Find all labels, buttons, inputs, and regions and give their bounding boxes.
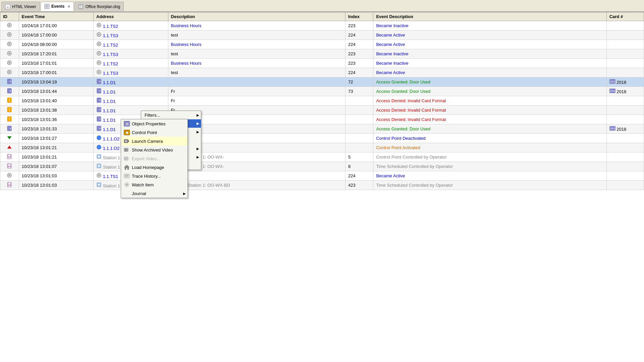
cell-event-desc: Became Active <box>373 40 606 49</box>
svg-point-48 <box>100 100 101 101</box>
cell-index <box>345 134 373 143</box>
cell-index: 8 <box>345 162 373 171</box>
cell-event-desc: Access Denied: Invalid Card Format <box>373 106 606 115</box>
menu-item-email[interactable]: E-Mail Event <box>141 136 201 144</box>
hardware-arrow: ▶ <box>197 122 199 125</box>
cell-card-num <box>606 21 644 31</box>
svg-text:2018: 2018 <box>610 80 615 83</box>
cell-index <box>345 124 373 134</box>
addr-text: 1.1.D1 <box>103 99 116 104</box>
table-row[interactable]: 10/23/18 13:01:03 Station 1 Admin@Statio… <box>0 181 644 190</box>
svg-marker-63 <box>7 136 11 139</box>
tab-html-viewer[interactable]: H HTML Viewer <box>1 2 40 11</box>
cell-event-time: 10/23/18 13:01:21 <box>19 153 93 162</box>
svg-point-68 <box>8 155 10 157</box>
cell-description: Business Hours <box>168 40 345 49</box>
cell-event-time: 10/23/18 13:01:40 <box>19 96 93 106</box>
cell-event-time: 10/23/18 13:04:19 <box>19 77 93 87</box>
cell-card-num <box>606 96 644 106</box>
cell-card-num <box>606 49 644 59</box>
svg-point-72 <box>8 164 10 166</box>
cell-address: 1.1.TS3 <box>94 31 168 40</box>
menu-item-grid[interactable]: Grid ▶ <box>141 153 201 161</box>
tab-floorplan-label: Office floorplan.dng <box>85 4 120 9</box>
cell-event-desc: Became Active <box>373 31 606 40</box>
cell-event-time: 10/23/18 13:01:33 <box>19 124 93 134</box>
table-row[interactable]: 10/24/18 17:00:00 1.1.TS3 test 224 Becam… <box>0 31 644 40</box>
table-row[interactable]: 10/23/18 13:04:19 1.1.D1 72 Access Grant… <box>0 77 644 87</box>
cell-card-num: 2018 2018 <box>606 77 644 87</box>
cell-card-num: 2018 2018 <box>606 124 644 134</box>
cell-id <box>0 77 19 87</box>
svg-text:H: H <box>7 6 8 8</box>
svg-text:2018: 2018 <box>610 90 615 92</box>
table-row[interactable]: 10/23/18 17:01:01 1.1.TS2 Business Hours… <box>0 59 644 68</box>
menu-item-filters[interactable]: Filters... ▶ <box>141 111 201 119</box>
col-header-address: Address <box>94 12 168 21</box>
table-row[interactable]: 10/23/18 13:01:27 1.1.1.O2 Control Point… <box>0 134 644 143</box>
svg-text:!: ! <box>9 99 10 102</box>
cell-description: Fr <box>168 96 345 106</box>
cell-index: 223 <box>345 21 373 31</box>
table-row[interactable]: 10/23/18 13:01:33 1.1.D1 Fr Access Grant… <box>0 124 644 134</box>
addr-icon <box>96 24 102 29</box>
cell-card-num <box>606 134 644 143</box>
cell-description: Business Hours <box>168 21 345 31</box>
table-row[interactable]: 10/24/18 17:01:00 1.1.TS2 Business Hours… <box>0 21 644 31</box>
cell-id <box>0 68 19 77</box>
svg-point-36 <box>100 81 101 82</box>
cell-event-desc: Became Inactive <box>373 21 606 31</box>
tab-floorplan[interactable]: Office floorplan.dng <box>74 2 124 11</box>
table-row[interactable]: 10/23/18 13:01:44 1.1.D1 Fr 73 Access Gr… <box>0 87 644 96</box>
cell-address: 1.1.TS2 <box>94 40 168 49</box>
cell-event-time: 10/24/18 17:01:00 <box>19 21 93 31</box>
addr-text: 1.1.D1 <box>103 108 116 113</box>
addr-icon <box>96 99 102 104</box>
svg-rect-82 <box>98 184 100 186</box>
tab-events[interactable]: Events ✕ <box>41 2 74 11</box>
cell-index: 423 <box>345 181 373 190</box>
cell-description: test <box>168 31 345 40</box>
table-row[interactable]: ! 10/23/18 13:01:36 1.1.D1 Fr Access Den… <box>0 115 644 124</box>
events-table: ID Event Time Address Description Index … <box>0 12 644 190</box>
context-menu[interactable]: Filters... ▶ Hardware ▶ Personnel ▶ E-Ma… <box>141 111 201 170</box>
cell-event-desc: Became Inactive <box>373 49 606 59</box>
cell-index: 5 <box>345 153 373 162</box>
cell-index: 224 <box>345 68 373 77</box>
menu-item-refresh[interactable]: Refresh <box>141 161 201 170</box>
cell-description <box>168 77 345 87</box>
cell-id <box>0 49 19 59</box>
table-row[interactable]: 10/23/18 13:01:21 Station 1 Admin@Statio… <box>0 153 644 162</box>
table-row[interactable]: ! 10/23/18 13:01:38 1.1.D1 Fr Access Den… <box>0 106 644 115</box>
cell-id <box>0 134 19 143</box>
addr-text: 1.1.D1 <box>103 89 116 95</box>
cell-description: Fr <box>168 87 345 96</box>
cell-event-desc: Became Active <box>373 68 606 77</box>
menu-item-reports[interactable]: Reports ▶ <box>141 144 201 153</box>
cell-address: 1.1.TS1 <box>94 171 168 181</box>
cell-id <box>0 171 19 181</box>
tab-events-close[interactable]: ✕ <box>67 5 70 8</box>
menu-item-hardware[interactable]: Hardware ▶ <box>141 119 201 128</box>
menu-item-personnel[interactable]: Personnel ▶ <box>141 128 201 136</box>
svg-point-66 <box>97 145 101 149</box>
addr-icon <box>96 165 102 170</box>
addr-text: 1.1.TS2 <box>103 24 118 29</box>
table-row[interactable]: 10/23/18 13:01:21 1.1.1.O2 Control Point… <box>0 143 644 153</box>
svg-rect-74 <box>98 165 100 167</box>
table-row[interactable]: 10/23/18 17:00:01 1.1.TS3 test 224 Becam… <box>0 68 644 77</box>
reports-label: Reports <box>145 146 160 151</box>
cell-event-time: 10/23/18 13:01:07 <box>19 162 93 171</box>
table-row[interactable]: 10/24/18 08:00:00 1.1.TS2 Business Hours… <box>0 40 644 49</box>
table-row[interactable]: 10/23/18 17:20:01 1.1.TS3 test 223 Becam… <box>0 49 644 59</box>
cell-event-time: 10/23/18 17:00:01 <box>19 68 93 77</box>
addr-text: 1.1.D1 <box>103 80 116 85</box>
addr-text: Station 1 <box>103 183 120 188</box>
cell-address: 1.1.D1 <box>94 77 168 87</box>
table-row[interactable]: 10/23/18 13:01:07 Station 1 Admin@Statio… <box>0 162 644 171</box>
email-label: E-Mail Event <box>145 138 169 143</box>
table-row[interactable]: 10/23/18 13:01:03 1.1.TS1 Always 224 Bec… <box>0 171 644 181</box>
addr-text: 1.1.TS3 <box>103 71 118 76</box>
cell-index: 72 <box>345 77 373 87</box>
table-row[interactable]: ! 10/23/18 13:01:40 1.1.D1 Fr Access Den… <box>0 96 644 106</box>
